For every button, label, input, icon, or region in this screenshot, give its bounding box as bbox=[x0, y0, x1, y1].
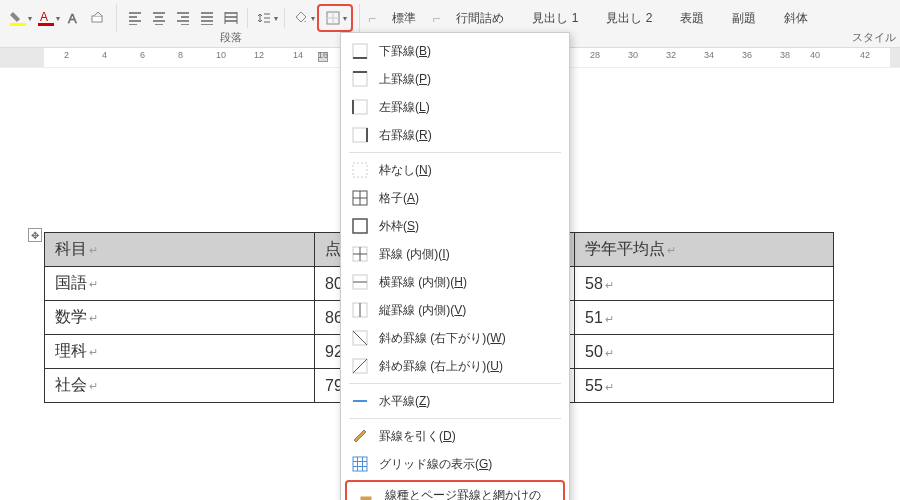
menu-all-borders[interactable]: 格子(A) bbox=[341, 184, 569, 212]
distribute-button[interactable] bbox=[220, 7, 242, 29]
svg-line-25 bbox=[353, 359, 367, 373]
style-standard[interactable]: 標準 bbox=[378, 6, 430, 31]
style-no-spacing[interactable]: 行間詰め bbox=[442, 6, 518, 31]
chevron-down-icon[interactable]: ▾ bbox=[311, 14, 315, 23]
menu-separator bbox=[349, 152, 561, 153]
style-heading2[interactable]: 見出し 2 bbox=[592, 6, 666, 31]
font-color-button[interactable]: A bbox=[35, 7, 57, 29]
menu-borders-and-shading[interactable]: 線種とページ罫線と網かけの設定(O)... bbox=[347, 482, 563, 500]
ruler-tick: 28 bbox=[590, 50, 600, 60]
align-left-button[interactable] bbox=[124, 7, 146, 29]
svg-rect-2 bbox=[38, 23, 54, 26]
separator: ⌐ bbox=[430, 10, 442, 26]
ruler-tick: 38 bbox=[780, 50, 790, 60]
svg-rect-0 bbox=[10, 23, 26, 26]
borders-dropdown-menu: 下罫線(B) 上罫線(P) 左罫線(L) 右罫線(R) 枠なし(N) 格子(A)… bbox=[340, 32, 570, 500]
menu-left-border[interactable]: 左罫線(L) bbox=[341, 93, 569, 121]
style-italic[interactable]: 斜体 bbox=[770, 6, 822, 31]
ruler-tick: 16 bbox=[318, 50, 328, 60]
all-borders-icon bbox=[351, 189, 369, 207]
svg-rect-8 bbox=[353, 72, 367, 86]
style-heading1[interactable]: 見出し 1 bbox=[518, 6, 592, 31]
draw-border-icon bbox=[351, 427, 369, 445]
menu-draw-border[interactable]: 罫線を引く(D) bbox=[341, 422, 569, 450]
gridlines-icon bbox=[351, 455, 369, 473]
align-right-button[interactable] bbox=[172, 7, 194, 29]
table-move-handle[interactable]: ✥ bbox=[28, 228, 42, 242]
top-border-icon bbox=[351, 70, 369, 88]
ruler-tick: 2 bbox=[64, 50, 69, 60]
line-spacing-button[interactable] bbox=[253, 7, 275, 29]
menu-view-gridlines[interactable]: グリッド線の表示(G) bbox=[341, 450, 569, 478]
menu-right-border[interactable]: 右罫線(R) bbox=[341, 121, 569, 149]
style-group-label: スタイル bbox=[852, 30, 896, 45]
ruler-tick: 34 bbox=[704, 50, 714, 60]
text-effects-button[interactable]: A bbox=[63, 7, 85, 29]
ruler-tick: 8 bbox=[178, 50, 183, 60]
diagonal-down-icon bbox=[351, 329, 369, 347]
table-header[interactable]: 科目↵ bbox=[45, 233, 315, 267]
menu-top-border[interactable]: 上罫線(P) bbox=[341, 65, 569, 93]
style-title[interactable]: 表題 bbox=[666, 6, 718, 31]
ruler-tick: 40 bbox=[810, 50, 820, 60]
menu-no-border[interactable]: 枠なし(N) bbox=[341, 156, 569, 184]
svg-line-23 bbox=[353, 331, 367, 345]
ruler-tick: 30 bbox=[628, 50, 638, 60]
page-setup-icon bbox=[357, 495, 375, 500]
svg-rect-6 bbox=[353, 44, 367, 58]
align-center-button[interactable] bbox=[148, 7, 170, 29]
menu-inside-h-border[interactable]: 横罫線 (内側)(H) bbox=[341, 268, 569, 296]
paragraph-group-label: 段落 bbox=[220, 30, 242, 45]
shading-button[interactable] bbox=[290, 7, 312, 29]
outside-border-icon bbox=[351, 217, 369, 235]
ruler-tick: 4 bbox=[102, 50, 107, 60]
ruler-tick: 36 bbox=[742, 50, 752, 60]
menu-item-highlighted: 線種とページ罫線と網かけの設定(O)... bbox=[345, 480, 565, 500]
svg-rect-14 bbox=[353, 163, 367, 177]
menu-horizontal-line[interactable]: 水平線(Z) bbox=[341, 387, 569, 415]
styles-gallery: ⌐ 標準 ⌐ 行間詰め 見出し 1 見出し 2 表題 副題 斜体 bbox=[366, 4, 822, 32]
menu-bottom-border[interactable]: 下罫線(B) bbox=[341, 37, 569, 65]
menu-separator bbox=[349, 383, 561, 384]
ruler-tick: 6 bbox=[140, 50, 145, 60]
format-eraser-button[interactable] bbox=[87, 7, 109, 29]
no-border-icon bbox=[351, 161, 369, 179]
font-color-group: ▾ A ▾ A bbox=[0, 4, 117, 32]
chevron-down-icon[interactable]: ▾ bbox=[28, 14, 32, 23]
svg-text:A: A bbox=[40, 10, 48, 24]
chevron-down-icon[interactable]: ▾ bbox=[343, 14, 347, 23]
menu-diagonal-down[interactable]: 斜め罫線 (右下がり)(W) bbox=[341, 324, 569, 352]
ruler-tick: 10 bbox=[216, 50, 226, 60]
svg-rect-4 bbox=[92, 16, 102, 22]
menu-separator bbox=[349, 418, 561, 419]
menu-inside-border[interactable]: 罫線 (内側)(I) bbox=[341, 240, 569, 268]
borders-button-highlighted: ▾ bbox=[317, 4, 353, 32]
separator: ⌐ bbox=[366, 10, 378, 26]
menu-inside-v-border[interactable]: 縦罫線 (内側)(V) bbox=[341, 296, 569, 324]
svg-rect-12 bbox=[353, 128, 367, 142]
chevron-down-icon[interactable]: ▾ bbox=[274, 14, 278, 23]
menu-outside-border[interactable]: 外枠(S) bbox=[341, 212, 569, 240]
borders-button[interactable] bbox=[322, 7, 344, 29]
ruler-tick: 32 bbox=[666, 50, 676, 60]
inside-v-border-icon bbox=[351, 301, 369, 319]
inside-border-icon bbox=[351, 245, 369, 263]
style-subtitle[interactable]: 副題 bbox=[718, 6, 770, 31]
svg-text:A: A bbox=[68, 11, 77, 26]
inside-h-border-icon bbox=[351, 273, 369, 291]
menu-diagonal-up[interactable]: 斜め罫線 (右上がり)(U) bbox=[341, 352, 569, 380]
svg-rect-10 bbox=[353, 100, 367, 114]
right-border-icon bbox=[351, 126, 369, 144]
paragraph-group: ▾ ▾ ▾ bbox=[117, 4, 360, 32]
svg-rect-16 bbox=[353, 219, 367, 233]
highlight-color-button[interactable] bbox=[7, 7, 29, 29]
table-header[interactable]: 学年平均点↵ bbox=[575, 233, 834, 267]
ruler-tick: 14 bbox=[293, 50, 303, 60]
ruler-tick: 12 bbox=[254, 50, 264, 60]
ruler-tick: 42 bbox=[860, 50, 870, 60]
left-border-icon bbox=[351, 98, 369, 116]
bottom-border-icon bbox=[351, 42, 369, 60]
chevron-down-icon[interactable]: ▾ bbox=[56, 14, 60, 23]
svg-rect-27 bbox=[353, 457, 367, 471]
justify-button[interactable] bbox=[196, 7, 218, 29]
